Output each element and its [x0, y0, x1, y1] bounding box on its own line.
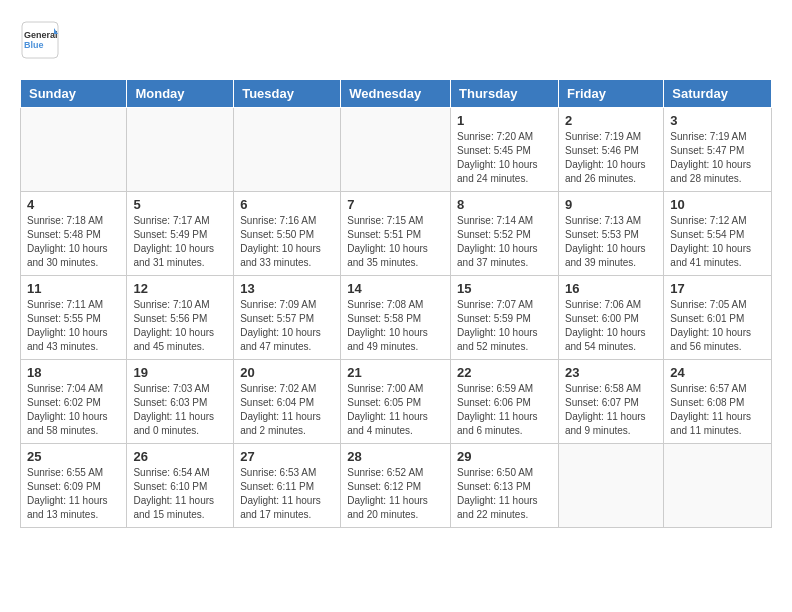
- calendar-cell: 5Sunrise: 7:17 AM Sunset: 5:49 PM Daylig…: [127, 192, 234, 276]
- calendar-cell: 24Sunrise: 6:57 AM Sunset: 6:08 PM Dayli…: [664, 360, 772, 444]
- day-number: 28: [347, 449, 444, 464]
- day-info: Sunrise: 6:52 AM Sunset: 6:12 PM Dayligh…: [347, 466, 444, 522]
- day-info: Sunrise: 7:16 AM Sunset: 5:50 PM Dayligh…: [240, 214, 334, 270]
- day-info: Sunrise: 6:55 AM Sunset: 6:09 PM Dayligh…: [27, 466, 120, 522]
- calendar-cell: [341, 108, 451, 192]
- weekday-header-row: SundayMondayTuesdayWednesdayThursdayFrid…: [21, 80, 772, 108]
- calendar-cell: 15Sunrise: 7:07 AM Sunset: 5:59 PM Dayli…: [451, 276, 559, 360]
- calendar-cell: 12Sunrise: 7:10 AM Sunset: 5:56 PM Dayli…: [127, 276, 234, 360]
- week-row-1: 1Sunrise: 7:20 AM Sunset: 5:45 PM Daylig…: [21, 108, 772, 192]
- calendar-cell: 29Sunrise: 6:50 AM Sunset: 6:13 PM Dayli…: [451, 444, 559, 528]
- calendar-cell: 7Sunrise: 7:15 AM Sunset: 5:51 PM Daylig…: [341, 192, 451, 276]
- day-info: Sunrise: 7:02 AM Sunset: 6:04 PM Dayligh…: [240, 382, 334, 438]
- calendar-cell: 9Sunrise: 7:13 AM Sunset: 5:53 PM Daylig…: [558, 192, 663, 276]
- day-number: 23: [565, 365, 657, 380]
- day-info: Sunrise: 6:53 AM Sunset: 6:11 PM Dayligh…: [240, 466, 334, 522]
- calendar-cell: 10Sunrise: 7:12 AM Sunset: 5:54 PM Dayli…: [664, 192, 772, 276]
- day-number: 8: [457, 197, 552, 212]
- calendar-cell: 23Sunrise: 6:58 AM Sunset: 6:07 PM Dayli…: [558, 360, 663, 444]
- day-info: Sunrise: 7:18 AM Sunset: 5:48 PM Dayligh…: [27, 214, 120, 270]
- calendar-table: SundayMondayTuesdayWednesdayThursdayFrid…: [20, 79, 772, 528]
- day-info: Sunrise: 7:20 AM Sunset: 5:45 PM Dayligh…: [457, 130, 552, 186]
- day-info: Sunrise: 7:00 AM Sunset: 6:05 PM Dayligh…: [347, 382, 444, 438]
- day-number: 16: [565, 281, 657, 296]
- day-number: 3: [670, 113, 765, 128]
- calendar-cell: 13Sunrise: 7:09 AM Sunset: 5:57 PM Dayli…: [234, 276, 341, 360]
- day-info: Sunrise: 7:17 AM Sunset: 5:49 PM Dayligh…: [133, 214, 227, 270]
- day-number: 13: [240, 281, 334, 296]
- day-number: 1: [457, 113, 552, 128]
- day-info: Sunrise: 7:04 AM Sunset: 6:02 PM Dayligh…: [27, 382, 120, 438]
- calendar-cell: 18Sunrise: 7:04 AM Sunset: 6:02 PM Dayli…: [21, 360, 127, 444]
- calendar-cell: [664, 444, 772, 528]
- weekday-header-tuesday: Tuesday: [234, 80, 341, 108]
- day-info: Sunrise: 7:13 AM Sunset: 5:53 PM Dayligh…: [565, 214, 657, 270]
- day-info: Sunrise: 7:15 AM Sunset: 5:51 PM Dayligh…: [347, 214, 444, 270]
- calendar-cell: 3Sunrise: 7:19 AM Sunset: 5:47 PM Daylig…: [664, 108, 772, 192]
- svg-text:Blue: Blue: [24, 40, 44, 50]
- logo-icon: General Blue: [20, 20, 60, 60]
- day-info: Sunrise: 6:58 AM Sunset: 6:07 PM Dayligh…: [565, 382, 657, 438]
- day-info: Sunrise: 7:19 AM Sunset: 5:47 PM Dayligh…: [670, 130, 765, 186]
- day-info: Sunrise: 7:03 AM Sunset: 6:03 PM Dayligh…: [133, 382, 227, 438]
- weekday-header-wednesday: Wednesday: [341, 80, 451, 108]
- day-number: 19: [133, 365, 227, 380]
- day-number: 21: [347, 365, 444, 380]
- day-info: Sunrise: 6:57 AM Sunset: 6:08 PM Dayligh…: [670, 382, 765, 438]
- calendar-cell: [234, 108, 341, 192]
- calendar-cell: 25Sunrise: 6:55 AM Sunset: 6:09 PM Dayli…: [21, 444, 127, 528]
- calendar-cell: 4Sunrise: 7:18 AM Sunset: 5:48 PM Daylig…: [21, 192, 127, 276]
- calendar-cell: 1Sunrise: 7:20 AM Sunset: 5:45 PM Daylig…: [451, 108, 559, 192]
- day-number: 18: [27, 365, 120, 380]
- day-info: Sunrise: 7:09 AM Sunset: 5:57 PM Dayligh…: [240, 298, 334, 354]
- day-number: 10: [670, 197, 765, 212]
- calendar-cell: 2Sunrise: 7:19 AM Sunset: 5:46 PM Daylig…: [558, 108, 663, 192]
- day-number: 24: [670, 365, 765, 380]
- day-info: Sunrise: 7:08 AM Sunset: 5:58 PM Dayligh…: [347, 298, 444, 354]
- calendar-cell: 6Sunrise: 7:16 AM Sunset: 5:50 PM Daylig…: [234, 192, 341, 276]
- calendar-cell: 26Sunrise: 6:54 AM Sunset: 6:10 PM Dayli…: [127, 444, 234, 528]
- day-number: 17: [670, 281, 765, 296]
- calendar-cell: 21Sunrise: 7:00 AM Sunset: 6:05 PM Dayli…: [341, 360, 451, 444]
- calendar-cell: 28Sunrise: 6:52 AM Sunset: 6:12 PM Dayli…: [341, 444, 451, 528]
- calendar-cell: 14Sunrise: 7:08 AM Sunset: 5:58 PM Dayli…: [341, 276, 451, 360]
- calendar-cell: 16Sunrise: 7:06 AM Sunset: 6:00 PM Dayli…: [558, 276, 663, 360]
- weekday-header-friday: Friday: [558, 80, 663, 108]
- day-info: Sunrise: 6:59 AM Sunset: 6:06 PM Dayligh…: [457, 382, 552, 438]
- day-number: 6: [240, 197, 334, 212]
- weekday-header-sunday: Sunday: [21, 80, 127, 108]
- day-number: 14: [347, 281, 444, 296]
- day-number: 20: [240, 365, 334, 380]
- calendar-cell: 22Sunrise: 6:59 AM Sunset: 6:06 PM Dayli…: [451, 360, 559, 444]
- week-row-2: 4Sunrise: 7:18 AM Sunset: 5:48 PM Daylig…: [21, 192, 772, 276]
- day-info: Sunrise: 6:50 AM Sunset: 6:13 PM Dayligh…: [457, 466, 552, 522]
- week-row-5: 25Sunrise: 6:55 AM Sunset: 6:09 PM Dayli…: [21, 444, 772, 528]
- calendar-cell: 8Sunrise: 7:14 AM Sunset: 5:52 PM Daylig…: [451, 192, 559, 276]
- calendar-cell: [127, 108, 234, 192]
- week-row-3: 11Sunrise: 7:11 AM Sunset: 5:55 PM Dayli…: [21, 276, 772, 360]
- day-number: 15: [457, 281, 552, 296]
- weekday-header-monday: Monday: [127, 80, 234, 108]
- day-number: 11: [27, 281, 120, 296]
- weekday-header-thursday: Thursday: [451, 80, 559, 108]
- calendar-cell: [21, 108, 127, 192]
- day-number: 2: [565, 113, 657, 128]
- day-number: 7: [347, 197, 444, 212]
- day-info: Sunrise: 7:10 AM Sunset: 5:56 PM Dayligh…: [133, 298, 227, 354]
- day-info: Sunrise: 7:06 AM Sunset: 6:00 PM Dayligh…: [565, 298, 657, 354]
- calendar-cell: 17Sunrise: 7:05 AM Sunset: 6:01 PM Dayli…: [664, 276, 772, 360]
- calendar-cell: [558, 444, 663, 528]
- svg-text:General: General: [24, 30, 58, 40]
- calendar-cell: 11Sunrise: 7:11 AM Sunset: 5:55 PM Dayli…: [21, 276, 127, 360]
- week-row-4: 18Sunrise: 7:04 AM Sunset: 6:02 PM Dayli…: [21, 360, 772, 444]
- calendar-cell: 27Sunrise: 6:53 AM Sunset: 6:11 PM Dayli…: [234, 444, 341, 528]
- day-number: 12: [133, 281, 227, 296]
- weekday-header-saturday: Saturday: [664, 80, 772, 108]
- day-number: 5: [133, 197, 227, 212]
- calendar-cell: 19Sunrise: 7:03 AM Sunset: 6:03 PM Dayli…: [127, 360, 234, 444]
- day-info: Sunrise: 7:12 AM Sunset: 5:54 PM Dayligh…: [670, 214, 765, 270]
- day-number: 4: [27, 197, 120, 212]
- logo: General Blue: [20, 20, 60, 64]
- day-number: 22: [457, 365, 552, 380]
- day-info: Sunrise: 7:14 AM Sunset: 5:52 PM Dayligh…: [457, 214, 552, 270]
